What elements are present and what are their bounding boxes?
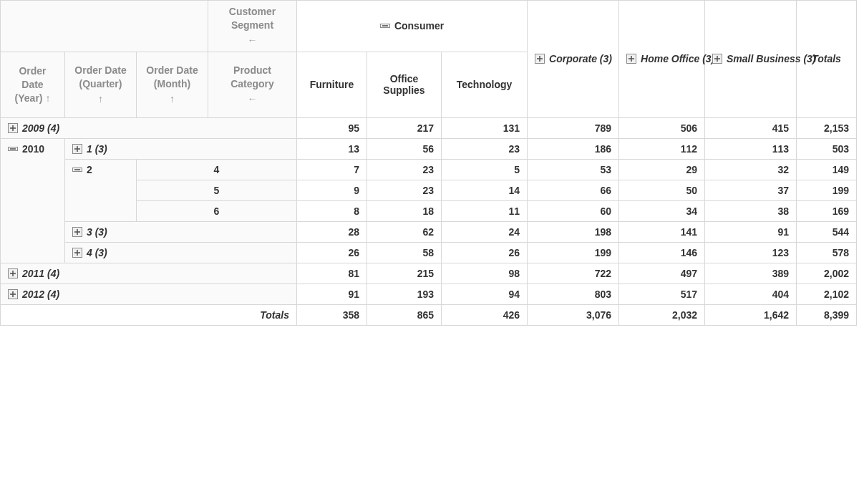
row-2012: 2012 (4) 91 193 94 803 517 404 2,102 bbox=[1, 284, 857, 304]
row-2012-label: 2012 (4) bbox=[22, 289, 59, 300]
header-order-month[interactable]: Order Date (Month) ↑ bbox=[137, 52, 208, 117]
plus-icon bbox=[8, 289, 18, 299]
cell: 169 bbox=[797, 200, 857, 221]
row-2010-q2-m4-label: 4 bbox=[214, 164, 220, 175]
row-2011: 2011 (4) 81 215 98 722 497 389 2,002 bbox=[1, 263, 857, 284]
cell: 66 bbox=[528, 180, 619, 200]
cell: 544 bbox=[797, 221, 857, 242]
row-2010-q2-m6-label-cell[interactable]: 6 bbox=[137, 200, 297, 221]
cell: 2,002 bbox=[797, 263, 857, 284]
cell: 29 bbox=[619, 159, 705, 180]
arrow-up-icon: ↑ bbox=[144, 92, 200, 106]
cell: 358 bbox=[297, 304, 367, 325]
cell: 50 bbox=[619, 180, 705, 200]
cell: 123 bbox=[705, 242, 797, 263]
cell: 578 bbox=[797, 242, 857, 263]
row-2010-q2-m4: 2 4 7 23 5 53 29 32 149 bbox=[1, 159, 857, 180]
cell: 81 bbox=[297, 263, 367, 284]
cell: 426 bbox=[442, 304, 528, 325]
plus-icon bbox=[712, 54, 722, 64]
cell: 506 bbox=[619, 117, 705, 138]
header-order-year-label: Order Date (Year) bbox=[15, 65, 47, 104]
plus-icon bbox=[626, 54, 636, 64]
cell: 37 bbox=[705, 180, 797, 200]
cell: 56 bbox=[367, 138, 442, 159]
header-customer-segment[interactable]: Customer Segment ← bbox=[208, 1, 297, 52]
row-2010-q4-toggle[interactable]: 4 (3) bbox=[65, 242, 297, 263]
row-2010-q2-m4-label-cell[interactable]: 4 bbox=[137, 159, 297, 180]
cell: 91 bbox=[297, 284, 367, 304]
row-2010-q1-label: 1 (3) bbox=[87, 143, 107, 155]
header-order-quarter[interactable]: Order Date (Quarter) ↑ bbox=[65, 52, 137, 117]
row-2010-q2-m5-label: 5 bbox=[214, 185, 220, 196]
header-blank-top-left bbox=[1, 1, 208, 52]
cell: 199 bbox=[528, 242, 619, 263]
cell: 789 bbox=[528, 117, 619, 138]
cell: 8,399 bbox=[797, 304, 857, 325]
cell: 1,642 bbox=[705, 304, 797, 325]
col-segment-corporate[interactable]: Corporate (3) bbox=[528, 1, 619, 118]
row-2010-q3-label: 3 (3) bbox=[87, 226, 107, 238]
cell: 2,102 bbox=[797, 284, 857, 304]
row-2012-toggle[interactable]: 2012 (4) bbox=[1, 284, 297, 304]
row-2010-q3: 3 (3) 28 62 24 198 141 91 544 bbox=[1, 221, 857, 242]
cell: 62 bbox=[367, 221, 442, 242]
row-2010-q2-toggle[interactable]: 2 bbox=[65, 159, 137, 221]
col-segment-home-office-label: Home Office (3) bbox=[641, 53, 714, 64]
plus-icon bbox=[72, 248, 82, 258]
cell: 722 bbox=[528, 263, 619, 284]
header-order-quarter-label: Order Date (Quarter) bbox=[74, 64, 126, 89]
col-segment-small-business[interactable]: Small Business (3) bbox=[705, 1, 797, 118]
cell: 497 bbox=[619, 263, 705, 284]
cell: 11 bbox=[442, 200, 528, 221]
col-category-furniture[interactable]: Furniture bbox=[297, 52, 367, 117]
header-order-month-label: Order Date (Month) bbox=[146, 64, 198, 89]
row-2010-q2-m5-label-cell[interactable]: 5 bbox=[137, 180, 297, 200]
cell: 24 bbox=[442, 221, 528, 242]
cell: 415 bbox=[705, 117, 797, 138]
minus-icon bbox=[380, 21, 390, 31]
cell: 58 bbox=[367, 242, 442, 263]
cell: 13 bbox=[297, 138, 367, 159]
arrow-left-icon: ← bbox=[215, 34, 289, 47]
plus-icon bbox=[8, 123, 18, 133]
plus-icon bbox=[535, 54, 545, 64]
header-customer-segment-label: Customer Segment bbox=[229, 6, 276, 31]
arrow-up-icon: ↑ bbox=[72, 92, 129, 106]
cell: 146 bbox=[619, 242, 705, 263]
col-category-technology[interactable]: Technology bbox=[442, 52, 528, 117]
header-product-category[interactable]: Product Category ← bbox=[208, 52, 297, 117]
cell: 9 bbox=[297, 180, 367, 200]
cell: 2,032 bbox=[619, 304, 705, 325]
cell: 2,153 bbox=[797, 117, 857, 138]
plus-icon bbox=[72, 227, 82, 237]
row-2009-toggle[interactable]: 2009 (4) bbox=[1, 117, 297, 138]
cell: 18 bbox=[367, 200, 442, 221]
header-order-year[interactable]: Order Date (Year) ↑ bbox=[1, 52, 65, 117]
row-2010-q3-toggle[interactable]: 3 (3) bbox=[65, 221, 297, 242]
row-2011-toggle[interactable]: 2011 (4) bbox=[1, 263, 297, 284]
cell: 186 bbox=[528, 138, 619, 159]
cell: 38 bbox=[705, 200, 797, 221]
minus-icon bbox=[72, 165, 82, 175]
cell: 131 bbox=[442, 117, 528, 138]
col-segment-home-office[interactable]: Home Office (3) bbox=[619, 1, 705, 118]
cell: 217 bbox=[367, 117, 442, 138]
cell: 14 bbox=[442, 180, 528, 200]
cell: 26 bbox=[442, 242, 528, 263]
row-2010-q1-toggle[interactable]: 1 (3) bbox=[65, 138, 297, 159]
cell: 404 bbox=[705, 284, 797, 304]
row-2010-toggle[interactable]: 2010 bbox=[1, 138, 65, 263]
row-totals: Totals 358 865 426 3,076 2,032 1,642 8,3… bbox=[1, 304, 857, 325]
cell: 98 bbox=[442, 263, 528, 284]
cell: 517 bbox=[619, 284, 705, 304]
cell: 53 bbox=[528, 159, 619, 180]
cell: 23 bbox=[367, 180, 442, 200]
row-2009: 2009 (4) 95 217 131 789 506 415 2,153 bbox=[1, 117, 857, 138]
col-segment-consumer[interactable]: Consumer bbox=[297, 1, 528, 52]
cell: 32 bbox=[705, 159, 797, 180]
row-2010-q4-label: 4 (3) bbox=[87, 247, 107, 258]
row-2010-q2-label: 2 bbox=[87, 164, 92, 175]
row-2010-label: 2010 bbox=[22, 143, 44, 155]
col-category-office-supplies[interactable]: Office Supplies bbox=[367, 52, 442, 117]
